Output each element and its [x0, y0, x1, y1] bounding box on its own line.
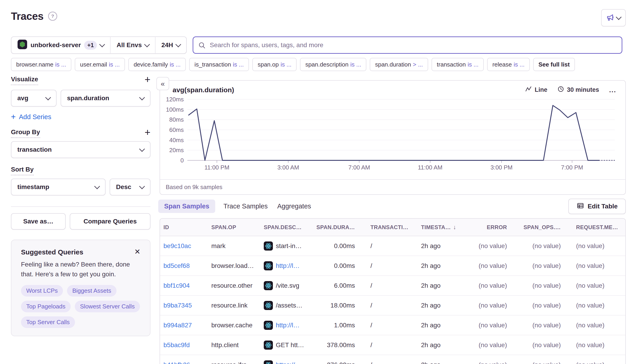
table-row[interactable]: bbf1c904resource.other/vite.svg6.00ms/2h…: [160, 276, 625, 296]
column-header-error[interactable]: ERROR: [460, 224, 507, 230]
span-description-cell: http://l…: [264, 261, 317, 270]
span-id-link[interactable]: bbf1c904: [163, 282, 190, 289]
project-selector[interactable]: unborked-server +1: [12, 37, 110, 53]
filter-chip[interactable]: transactionis ...: [432, 58, 484, 71]
span-id-link[interactable]: bd5cef68: [163, 262, 190, 269]
table-body: be9c10acmarkstart-in…0.00ms/2h ago(no va…: [160, 236, 625, 364]
group-by-select[interactable]: transaction: [11, 141, 150, 158]
edit-table-button[interactable]: Edit Table: [568, 199, 626, 214]
table-row[interactable]: bd5cef68browser.load…http://l…0.00ms/2h …: [160, 256, 625, 276]
span-id-link[interactable]: b5bac9fd: [163, 342, 190, 348]
column-header-span-desc-[interactable]: SPAN.DESC…: [264, 224, 317, 230]
table-icon: [576, 202, 584, 211]
chart-interval-selector[interactable]: 30 minutes: [557, 86, 599, 94]
chevron-down-icon: [616, 14, 621, 20]
suggested-query-chip[interactable]: Top Server Calls: [21, 316, 75, 328]
column-header-span-op[interactable]: SPAN.OP: [211, 224, 264, 230]
column-header-span-dura-[interactable]: SPAN.DURA…: [317, 224, 355, 230]
save-as-label: Save as…: [23, 218, 53, 225]
timestamp-value[interactable]: 2h ago: [421, 322, 441, 329]
sort-direction-select[interactable]: Desc: [110, 178, 150, 196]
search-input[interactable]: [193, 36, 622, 54]
suggested-query-chips: Worst LCPsBiggest AssetsTop PageloadsSlo…: [21, 285, 140, 328]
tab-aggregates[interactable]: Aggregates: [276, 200, 312, 213]
see-full-list-button[interactable]: See full list: [533, 58, 575, 71]
filter-chip[interactable]: span.opis ...: [252, 58, 296, 71]
span-id-link[interactable]: b9ba7345: [163, 302, 192, 309]
react-icon: [264, 340, 273, 350]
table-row[interactable]: be9c10acmarkstart-in…0.00ms/2h ago(no va…: [160, 236, 625, 256]
date-range-selector[interactable]: 24H: [155, 37, 186, 53]
span-id-cell: b41bfb26: [163, 361, 211, 364]
timestamp-value[interactable]: 2h ago: [421, 302, 441, 309]
help-icon[interactable]: ?: [48, 12, 57, 21]
tab-trace-samples[interactable]: Trace Samples: [222, 200, 269, 213]
span-description-link[interactable]: https://…: [276, 361, 301, 364]
timestamp-cell: 2h ago: [412, 322, 460, 329]
filter-chip-key: release: [492, 61, 512, 68]
request-method-cell: (no value): [561, 242, 619, 250]
timestamp-value[interactable]: 2h ago: [421, 342, 441, 349]
chart-type-toggle[interactable]: Line: [525, 86, 547, 94]
span-ops-cell: (no value): [507, 302, 561, 309]
span-id-cell: bbf1c904: [163, 282, 211, 289]
filter-chip[interactable]: span.descriptionis ...: [300, 58, 366, 71]
field-select[interactable]: span.duration: [61, 90, 150, 106]
collapse-sidebar-button[interactable]: «: [156, 77, 169, 90]
span-ops-cell: (no value): [507, 342, 561, 349]
timestamp-value[interactable]: 2h ago: [421, 361, 441, 364]
table-row[interactable]: b5bac9fdhttp.clientGET htt…378.00ms/2h a…: [160, 335, 625, 355]
add-series-button[interactable]: + Add Series: [11, 112, 150, 122]
filter-chip[interactable]: browser.nameis ...: [11, 58, 71, 71]
chart-more-menu-icon[interactable]: ...: [609, 86, 616, 94]
add-visualize-button[interactable]: +: [145, 76, 150, 83]
filter-chip[interactable]: is_transactionis ...: [189, 58, 249, 71]
see-full-list-label: See full list: [538, 61, 570, 68]
save-as-button[interactable]: Save as…: [11, 213, 66, 230]
close-icon[interactable]: ✕: [134, 248, 140, 255]
react-icon: [264, 360, 273, 364]
span-id-link[interactable]: be9c10ac: [163, 242, 191, 250]
timestamp-value[interactable]: 2h ago: [421, 262, 441, 270]
field-value: span.duration: [67, 94, 109, 102]
column-header-transacti-[interactable]: TRANSACTI…: [355, 224, 412, 230]
whats-new-button[interactable]: [601, 9, 626, 26]
aggregate-select[interactable]: avg: [11, 90, 57, 106]
sort-field-select[interactable]: timestamp: [11, 178, 106, 196]
filter-chip[interactable]: releaseis ...: [487, 58, 530, 71]
timestamp-value[interactable]: 2h ago: [421, 242, 441, 250]
error-cell: (no value): [460, 242, 507, 250]
table-row[interactable]: b41bfb26resource.ifra…https://…276.00ms/…: [160, 355, 625, 364]
transaction-cell: /: [355, 242, 412, 250]
chevron-down-icon: [144, 42, 150, 47]
column-header-timesta-[interactable]: TIMESTA…↓: [412, 224, 460, 231]
date-range-value: 24H: [161, 42, 173, 49]
tab-span-samples[interactable]: Span Samples: [158, 200, 215, 213]
column-header-id[interactable]: ID: [163, 224, 211, 230]
suggested-query-chip[interactable]: Top Pageloads: [21, 301, 71, 312]
column-header-request-me-[interactable]: REQUEST.ME…: [561, 224, 619, 230]
add-group-by-button[interactable]: +: [145, 128, 150, 136]
suggested-query-chip[interactable]: Biggest Assets: [67, 285, 117, 296]
suggested-query-chip[interactable]: Worst LCPs: [21, 285, 63, 296]
span-id-link[interactable]: b994a827: [163, 322, 192, 329]
column-header-label: TIMESTA…: [421, 224, 451, 230]
filter-chip[interactable]: user.emailis ...: [75, 58, 125, 71]
column-header-span-ops-[interactable]: SPAN_OPS.…: [507, 224, 561, 230]
timestamp-value[interactable]: 2h ago: [421, 282, 441, 289]
filter-chip[interactable]: span.duration> ...: [370, 58, 428, 71]
span-id-link[interactable]: b41bfb26: [163, 361, 190, 364]
span-description-link[interactable]: http://l…: [276, 322, 299, 329]
filter-chip[interactable]: device.familyis ...: [128, 58, 186, 71]
filter-chip-op: is ...: [233, 61, 244, 68]
filter-chip-key: browser.name: [16, 61, 53, 68]
span-description-link[interactable]: http://l…: [276, 262, 299, 270]
chevron-down-icon: [176, 42, 181, 47]
suggested-query-chip[interactable]: Slowest Server Calls: [75, 301, 140, 312]
request-method-cell: (no value): [561, 361, 619, 364]
table-row[interactable]: b9ba7345resource.link/assets…18.00ms/2h …: [160, 296, 625, 316]
table-row[interactable]: b994a827browser.cachehttp://l…1.00ms/2h …: [160, 316, 625, 335]
request-method-cell: (no value): [561, 342, 619, 349]
environment-selector[interactable]: All Envs: [111, 37, 155, 53]
compare-queries-button[interactable]: Compare Queries: [70, 213, 150, 230]
